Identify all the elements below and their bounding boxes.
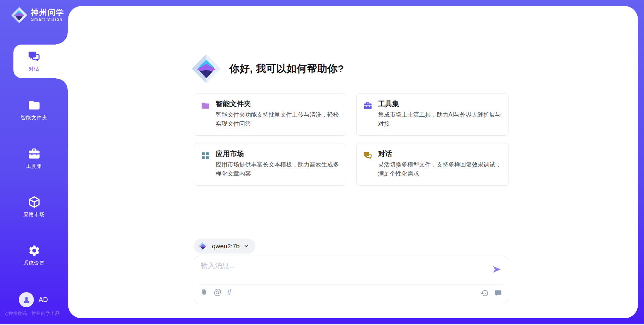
gear-icon xyxy=(28,244,41,257)
brand-diamond-icon xyxy=(198,241,208,251)
paperclip-icon[interactable] xyxy=(200,288,208,296)
copyright-text: ©神州数码 · 神州问学出品 xyxy=(5,311,60,317)
sidebar-item-label: 智能文件夹 xyxy=(21,115,48,121)
app-logo: 神州问学 Smart Vision xyxy=(11,7,64,23)
sidebar-item-chat[interactable]: 对话 xyxy=(0,50,68,72)
brand-diamond-icon xyxy=(191,54,221,84)
sidebar-item-app-market[interactable]: 应用市场 xyxy=(0,196,68,218)
composer-tools-left: @ # xyxy=(200,288,231,296)
card-title: 工具集 xyxy=(378,99,399,109)
brand-diamond-icon xyxy=(11,7,28,23)
user-initials: AD xyxy=(39,296,48,304)
folder-icon xyxy=(28,99,41,112)
chat-bubbles-icon xyxy=(28,50,41,63)
card-description: 集成市场上主流工具，助力AI与外界无缝扩展与对接 xyxy=(378,110,507,128)
sidebar-item-toolset[interactable]: 工具集 xyxy=(0,147,68,170)
sidebar-item-smart-folder[interactable]: 智能文件夹 xyxy=(0,99,68,121)
card-title: 应用市场 xyxy=(216,149,244,158)
sidebar-item-label: 对话 xyxy=(29,66,40,72)
sidebar-item-label: 工具集 xyxy=(26,163,42,170)
sidebar: 神州问学 Smart Vision 对话 智能文件夹 工具集 应用市场 系统设置… xyxy=(0,0,68,325)
sidebar-item-label: 系统设置 xyxy=(23,260,45,266)
toolbox-icon xyxy=(28,147,41,160)
chat-bubbles-icon xyxy=(363,151,372,161)
card-chat[interactable]: 对话 灵活切换多模型文件，支持多样回复效果调试，满足个性化需求 xyxy=(356,143,508,186)
at-icon[interactable]: @ xyxy=(214,288,221,296)
model-name: qwen2:7b xyxy=(212,243,239,250)
message-composer: @ # xyxy=(194,256,508,303)
send-plane-icon xyxy=(492,264,502,274)
user-account[interactable]: AD xyxy=(19,292,48,307)
hash-icon[interactable]: # xyxy=(227,288,231,296)
avatar xyxy=(19,292,34,307)
cube-icon xyxy=(28,196,41,208)
brand-subtitle: Smart Vision xyxy=(31,17,64,22)
card-description: 灵活切换多模型文件，支持多样回复效果调试，满足个性化需求 xyxy=(378,160,507,178)
active-tab-curve-top xyxy=(56,32,68,45)
card-app-market[interactable]: 应用市场 应用市场提供丰富长文本模板，助力高效生成多样化文章内容 xyxy=(194,143,346,186)
card-title: 智能文件夹 xyxy=(216,99,251,109)
card-description: 应用市场提供丰富长文本模板，助力高效生成多样化文章内容 xyxy=(216,160,344,178)
greeting-text: 你好, 我可以如何帮助你? xyxy=(229,62,344,76)
card-toolset[interactable]: 工具集 集成市场上主流工具，助力AI与外界无缝扩展与对接 xyxy=(356,93,508,136)
message-input[interactable] xyxy=(201,261,486,282)
sidebar-item-label: 应用市场 xyxy=(23,211,45,218)
brand-name: 神州问学 xyxy=(31,8,64,17)
card-description: 智能文件夹功能支持批量文件上传与清洗，轻松实现文件问答 xyxy=(216,110,344,128)
person-icon xyxy=(22,296,31,304)
model-selector[interactable]: qwen2:7b xyxy=(194,239,255,254)
card-smart-folder[interactable]: 智能文件夹 智能文件夹功能支持批量文件上传与清洗，轻松实现文件问答 xyxy=(194,93,346,136)
chevron-down-icon xyxy=(244,243,249,249)
chat-filled-icon[interactable] xyxy=(494,289,502,297)
greeting-block: 你好, 我可以如何帮助你? xyxy=(191,54,344,84)
toolbox-icon xyxy=(363,101,372,112)
composer-divider xyxy=(199,284,503,285)
sidebar-item-settings[interactable]: 系统设置 xyxy=(0,244,68,266)
history-icon[interactable] xyxy=(481,289,489,297)
active-tab-curve-bottom xyxy=(56,78,68,90)
card-title: 对话 xyxy=(378,149,392,158)
folder-open-icon xyxy=(201,101,210,112)
grid-blocks-icon xyxy=(201,151,210,161)
send-button[interactable] xyxy=(492,264,502,274)
bottom-edge-strip xyxy=(0,324,644,325)
composer-tools-right xyxy=(481,289,502,297)
